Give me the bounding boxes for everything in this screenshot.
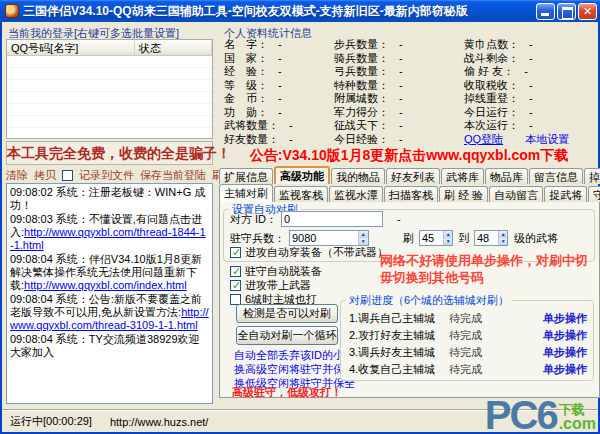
tab-brush-exp[interactable]: 刷 经 验 [439, 186, 488, 202]
column-header-status[interactable]: 状态 [135, 40, 212, 55]
garrison-unequip-label[interactable]: 驻守自动脱装备 [245, 264, 322, 279]
garrison-unequip-checkbox[interactable] [230, 266, 241, 277]
tab-advanced-features[interactable]: 高级功能 [274, 166, 330, 184]
to-label: 到 [458, 231, 469, 246]
stat-label: 附属城数： [334, 92, 389, 106]
table-row[interactable] [7, 56, 212, 68]
table-row[interactable] [7, 92, 212, 104]
log-text: 09:08:02 系统：注册老板键：WIN+G 成功！ [10, 186, 205, 211]
copy-button[interactable]: 拷贝 [34, 168, 56, 183]
progress-step: 3.调兵好友主辅城 [349, 345, 449, 360]
app-icon [5, 4, 19, 18]
spin-down-icon[interactable]: ▼ [499, 238, 507, 245]
progress-step: 1.调兵自己主辅城 [349, 311, 449, 326]
log-area[interactable]: 09:08:02 系统：注册老板键：WIN+G 成功！ 09:08:03 系统：… [6, 183, 213, 404]
tab-auto-message[interactable]: 自动留言 [489, 186, 543, 202]
table-row[interactable] [7, 80, 212, 92]
stat-label: 武将数量： [224, 119, 279, 133]
window-title: 三国伴侣V34.10-QQ胡来三国辅助工具-空间校友双模式-支持新旧区-最新内部… [23, 3, 536, 20]
tab-reconnect[interactable]: 掉线重登 [584, 168, 600, 184]
table-row[interactable] [7, 68, 212, 80]
clear-button[interactable]: 清除 [6, 168, 28, 183]
stat-label: 好友数量： [224, 133, 279, 147]
table-row[interactable] [7, 128, 212, 140]
progress-step: 2.攻打好友主辅城 [349, 328, 449, 343]
stat-label: 名 字： [224, 38, 268, 52]
spin-down-icon[interactable]: ▼ [359, 238, 368, 245]
log-entry: 09:08:04 系统：公告:新版不要覆盖之前老版导致不可以用,免从新设置方法:… [10, 293, 209, 332]
check-brush-button[interactable]: 检测是否可以对刷 [236, 304, 338, 323]
level-from-input[interactable] [420, 231, 443, 245]
announcement-text[interactable]: 公告:V34.10版1月8更新点击www.qqyxbl.com下载 [218, 147, 600, 165]
level-suffix-label: 级的武将 [514, 231, 558, 246]
stat-value: - [289, 133, 293, 147]
maximize-button[interactable] [557, 3, 576, 20]
table-row[interactable] [7, 116, 212, 128]
qq-table-body[interactable] [7, 56, 212, 140]
brush-label: 刷 [403, 231, 414, 246]
stat-label: 黄巾点数： [464, 38, 519, 52]
attack-with-weapon-label[interactable]: 进攻带上武器 [245, 278, 311, 293]
progress-row: 2.攻打好友主辅城 待完成 单步操作 [341, 325, 593, 342]
status-running: 运行中[00:00:29] [10, 414, 92, 429]
log-text: 09:08:04 系统：公告:新版不要覆盖之前老版导致不可以用,免从新设置方法: [10, 293, 202, 318]
opponent-id-input[interactable] [281, 211, 383, 227]
stat-value: - [529, 79, 533, 93]
discard-small-city-link[interactable]: 自动全部丢弃该ID的小城 [234, 348, 355, 363]
garrison-troops-input[interactable] [290, 231, 358, 245]
tab-main-sub-brush[interactable]: 主辅对刷 [219, 184, 273, 202]
spin-down-icon[interactable]: ▼ [444, 238, 452, 245]
log-link[interactable]: http://www.qqyxbl.com/thread-1844-1-1.ht… [10, 226, 206, 251]
table-header: QQ号码[名字] 状态 [7, 40, 212, 56]
single-step-link[interactable]: 单步操作 [543, 328, 587, 343]
auto-brush-cycle-button[interactable]: 全自动对刷一个循环 [236, 326, 338, 345]
auto-equip-checkbox[interactable] [230, 247, 241, 258]
log-to-file-label[interactable]: 记录到文件 [79, 168, 134, 183]
auto-equip-label[interactable]: 进攻自动穿装备（不带武器） [245, 245, 388, 260]
level-to-input[interactable] [475, 231, 498, 245]
garrison-attack-note: 高级驻守，低级攻打！ [232, 385, 342, 400]
close-button[interactable] [578, 3, 597, 20]
log-to-file-checkbox[interactable] [62, 170, 73, 181]
single-step-link[interactable]: 单步操作 [543, 362, 587, 377]
tab-message-info[interactable]: 留言信息 [529, 168, 583, 184]
stat-label: 步兵数量： [334, 38, 389, 52]
save-login-button[interactable]: 保存当前登陆 [140, 168, 206, 183]
free-tool-banner: 本工具完全免费，收费的全是骗子！ [6, 141, 213, 165]
qq-login-table[interactable]: QQ号码[名字] 状态 [6, 39, 213, 139]
tab-catch-generals[interactable]: 捉武将 [544, 186, 587, 202]
tab-watch-inn[interactable]: 监视客栈 [274, 186, 328, 202]
tab-items-library[interactable]: 物品库 [485, 168, 528, 184]
single-step-link[interactable]: 单步操作 [543, 311, 587, 326]
stat-value: - [529, 106, 533, 120]
tab-extended-info[interactable]: 扩展信息 [219, 168, 273, 184]
column-header-qq[interactable]: QQ号码[名字] [7, 40, 135, 55]
tab-my-items[interactable]: 我的物品 [331, 168, 385, 184]
stats-grid: 名 字：- 国 家：- 经 验：- 等 级：- 金 币：- 功 勋：- 武将数量… [220, 38, 598, 148]
table-row[interactable] [7, 104, 212, 116]
minimize-button[interactable] [536, 3, 555, 20]
local-settings-link[interactable]: 本地设置 [525, 133, 569, 147]
stat-value: - [399, 119, 403, 133]
main-sub-brush-panel: 设置自动对刷 对方 ID： - 驻守兵数： ▲▼ 刷 ▲▼ 到 ▲▼ 级的武将 [219, 202, 600, 398]
title-bar[interactable]: 三国伴侣V34.10-QQ胡来三国辅助工具-空间校友双模式-支持新旧区-最新内部… [0, 0, 600, 22]
tab-generals-library[interactable]: 武将库 [441, 168, 484, 184]
tab-watch-pond[interactable]: 监视水潭 [329, 186, 383, 202]
tab-friends-list[interactable]: 好友列表 [386, 168, 440, 184]
stat-value: - [529, 38, 533, 52]
tab-wait-rabbit[interactable]: 守株待兔 [588, 186, 600, 202]
single-step-link[interactable]: 单步操作 [543, 345, 587, 360]
stat-value: - [399, 92, 403, 106]
attack-with-weapon-checkbox[interactable] [230, 280, 241, 291]
log-link[interactable]: http://www.qqyxbl.com/index.html [24, 279, 187, 291]
progress-row: 1.调兵自己主辅城 待完成 单步操作 [341, 308, 593, 325]
swap-high-idle-link[interactable]: 换高级空闲将驻守并保全 [234, 362, 355, 377]
spin-up-icon[interactable]: ▲ [359, 231, 368, 238]
log-entry: 09:08:04 系统：TY交流频道38929欢迎大家加入 [10, 333, 209, 359]
status-url[interactable]: http://www.huzs.net/ [110, 416, 208, 428]
stat-label: 今日经验： [334, 133, 389, 147]
tab-scan-inn[interactable]: 扫描客栈 [384, 186, 438, 202]
spin-up-icon[interactable]: ▲ [444, 231, 452, 238]
spin-up-icon[interactable]: ▲ [499, 231, 507, 238]
qq-login-link[interactable]: QQ登陆 [464, 133, 503, 147]
